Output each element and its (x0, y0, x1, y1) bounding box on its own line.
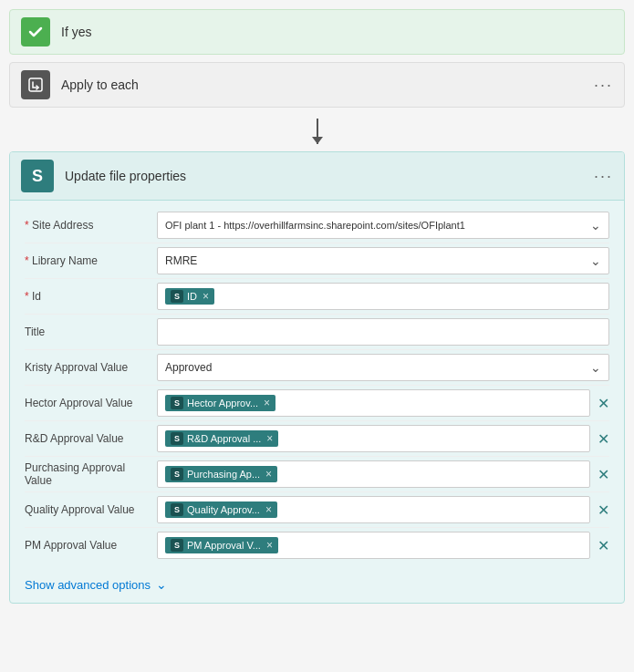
site-address-label: Site Address (25, 219, 157, 232)
show-advanced-label: Show advanced options (25, 578, 151, 592)
pm-approval-label: PM Approval Value (25, 539, 157, 552)
title-value (157, 318, 609, 346)
hector-tag-close-button[interactable]: × (264, 397, 270, 409)
purchasing-approval-value: S Purchasing Ap... × ✕ (157, 460, 609, 488)
update-block-header: S Update file properties ··· (10, 152, 624, 201)
hector-tag-text: Hector Approv... (187, 398, 258, 408)
show-advanced-chevron-icon: ⌄ (156, 577, 167, 592)
apply-each-block: Apply to each ··· (9, 62, 625, 108)
apply-each-label: Apply to each (61, 78, 594, 92)
purchasing-approval-label: Purchasing Approval Value (25, 461, 157, 487)
purchasing-approval-tag: S Purchasing Ap... × (165, 466, 277, 482)
library-name-dropdown[interactable]: RMRE ⌄ (157, 247, 609, 274)
id-label: Id (25, 290, 157, 303)
quality-tag-text: Quality Approv... (187, 504, 260, 515)
purchasing-tag-close-button[interactable]: × (265, 468, 272, 481)
update-block-title: Update file properties (65, 169, 594, 183)
purchasing-tag-icon: S (171, 468, 183, 481)
library-name-value: RMRE ⌄ (157, 247, 609, 274)
site-address-value: OFI plant 1 - https://overhillfarmsinc.s… (157, 212, 609, 239)
arrow-connector (9, 111, 625, 151)
kristy-approval-dropdown[interactable]: Approved ⌄ (157, 354, 609, 381)
if-yes-block: If yes (9, 9, 625, 55)
update-block-menu-button[interactable]: ··· (594, 167, 613, 186)
id-tag-icon: S (171, 290, 183, 303)
update-file-properties-block: S Update file properties ··· Site Addres… (9, 151, 625, 604)
purchasing-approval-input[interactable]: S Purchasing Ap... × (157, 460, 590, 488)
kristy-approval-chevron-icon: ⌄ (590, 360, 601, 375)
hector-approval-label: Hector Approval Value (25, 397, 157, 409)
arrow-down-icon (317, 119, 318, 144)
rd-tag-close-button[interactable]: × (266, 432, 273, 445)
quality-tag-icon: S (171, 503, 183, 516)
id-value: S ID × (157, 283, 609, 310)
pm-approval-field-container: S PM Approval V... × ✕ (157, 532, 609, 559)
title-row: Title (25, 315, 609, 350)
site-address-chevron-icon: ⌄ (590, 218, 601, 233)
quality-approval-input[interactable]: S Quality Approv... × (157, 496, 590, 523)
check-icon (21, 17, 50, 47)
pm-approval-clear-button[interactable]: ✕ (598, 537, 609, 554)
hector-approval-row: Hector Approval Value S Hector Approv...… (25, 386, 609, 421)
if-yes-label: If yes (61, 25, 91, 39)
rd-approval-label: R&D Approval Value (25, 432, 157, 445)
library-name-row: Library Name RMRE ⌄ (25, 243, 609, 279)
pm-approval-input[interactable]: S PM Approval V... × (157, 532, 590, 559)
library-name-text: RMRE (165, 254, 590, 267)
hector-approval-value: S Hector Approv... × ✕ (157, 389, 609, 417)
quality-approval-label: Quality Approval Value (25, 503, 157, 516)
loop-icon (21, 70, 50, 99)
hector-tag-icon: S (171, 397, 183, 409)
id-tag-text: ID (187, 291, 197, 302)
site-address-dropdown[interactable]: OFI plant 1 - https://overhillfarmsinc.s… (157, 212, 609, 239)
rd-approval-clear-button[interactable]: ✕ (598, 430, 609, 448)
quality-approval-field-container: S Quality Approv... × ✕ (157, 496, 609, 523)
quality-tag-close-button[interactable]: × (265, 503, 272, 516)
title-label: Title (25, 326, 157, 338)
quality-approval-value: S Quality Approv... × ✕ (157, 496, 609, 523)
library-name-label: Library Name (25, 254, 157, 267)
purchasing-approval-clear-button[interactable]: ✕ (598, 466, 609, 483)
pm-tag-close-button[interactable]: × (266, 539, 273, 552)
purchasing-tag-text: Purchasing Ap... (187, 469, 260, 480)
id-input[interactable]: S ID × (157, 283, 609, 310)
library-name-chevron-icon: ⌄ (590, 253, 601, 268)
quality-approval-tag: S Quality Approv... × (165, 501, 277, 518)
main-container: If yes Apply to each ··· S Update file p… (9, 9, 625, 604)
site-address-row: Site Address OFI plant 1 - https://overh… (25, 208, 609, 243)
rd-tag-icon: S (171, 432, 183, 445)
purchasing-approval-field-container: S Purchasing Ap... × ✕ (157, 460, 609, 488)
kristy-approval-row: Kristy Approval Value Approved ⌄ (25, 350, 609, 386)
rd-approval-tag: S R&D Approval ... × (165, 430, 278, 447)
svg-rect-0 (29, 78, 42, 91)
pm-tag-text: PM Approval V... (187, 540, 261, 551)
title-input[interactable] (157, 318, 609, 346)
rd-approval-row: R&D Approval Value S R&D Approval ... × … (25, 421, 609, 457)
site-address-text: OFI plant 1 - https://overhillfarmsinc.s… (165, 220, 590, 231)
rd-approval-input[interactable]: S R&D Approval ... × (157, 425, 590, 452)
apply-each-menu-button[interactable]: ··· (594, 76, 613, 95)
show-advanced-options-button[interactable]: Show advanced options ⌄ (10, 566, 624, 603)
kristy-approval-text: Approved (165, 361, 590, 374)
kristy-approval-label: Kristy Approval Value (25, 361, 157, 374)
hector-approval-tag: S Hector Approv... × (165, 395, 275, 411)
sharepoint-icon: S (21, 160, 54, 192)
kristy-approval-value: Approved ⌄ (157, 354, 609, 381)
form-body: Site Address OFI plant 1 - https://overh… (10, 201, 624, 566)
pm-tag-icon: S (171, 539, 183, 552)
rd-tag-text: R&D Approval ... (187, 433, 261, 444)
pm-approval-row: PM Approval Value S PM Approval V... × ✕ (25, 528, 609, 563)
hector-approval-field-container: S Hector Approv... × ✕ (157, 389, 609, 417)
id-tag-close-button[interactable]: × (203, 290, 209, 303)
id-tag: S ID × (165, 288, 214, 305)
pm-approval-value: S PM Approval V... × ✕ (157, 532, 609, 559)
rd-approval-field-container: S R&D Approval ... × ✕ (157, 425, 609, 452)
id-row: Id S ID × (25, 279, 609, 315)
pm-approval-tag: S PM Approval V... × (165, 537, 278, 553)
quality-approval-clear-button[interactable]: ✕ (598, 501, 609, 519)
rd-approval-value: S R&D Approval ... × ✕ (157, 425, 609, 452)
hector-approval-clear-button[interactable]: ✕ (598, 395, 609, 412)
hector-approval-input[interactable]: S Hector Approv... × (157, 389, 590, 417)
quality-approval-row: Quality Approval Value S Quality Approv.… (25, 492, 609, 528)
purchasing-approval-row: Purchasing Approval Value S Purchasing A… (25, 457, 609, 492)
